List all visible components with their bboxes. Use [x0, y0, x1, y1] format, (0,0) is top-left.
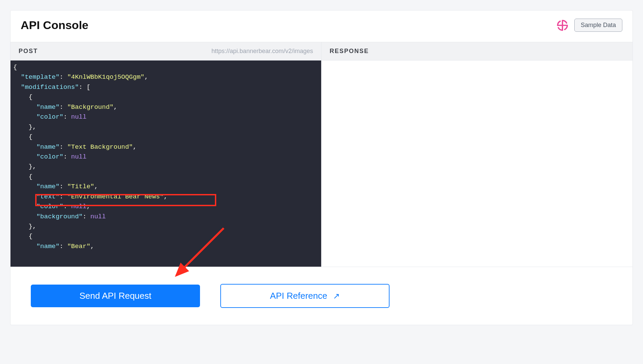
header-actions: Sample Data: [557, 19, 622, 32]
response-panel-header: RESPONSE: [322, 42, 633, 60]
api-url: https://api.bannerbear.com/v2/images: [212, 48, 313, 55]
api-reference-label: API Reference: [270, 291, 327, 301]
bannerbear-logo-icon: [557, 20, 568, 31]
code-content: { "template": "4KnlWBbK1qoj5OQGgm", "mod…: [13, 63, 318, 251]
request-body-editor[interactable]: { "template": "4KnlWBbK1qoj5OQGgm", "mod…: [10, 60, 322, 267]
api-reference-button[interactable]: API Reference ↗: [220, 284, 390, 308]
response-label: RESPONSE: [330, 48, 369, 55]
post-panel-header: POST https://api.bannerbear.com/v2/image…: [10, 42, 322, 60]
panels-grid: POST https://api.bannerbear.com/v2/image…: [10, 42, 633, 267]
external-link-icon: ↗: [333, 291, 340, 301]
page-title: API Console: [21, 19, 88, 32]
api-console-card: API Console Sample Data POST: [10, 10, 633, 325]
sample-data-button[interactable]: Sample Data: [574, 19, 622, 32]
response-body-area: [322, 60, 633, 267]
send-api-request-button[interactable]: Send API Request: [31, 285, 200, 307]
card-header: API Console Sample Data: [10, 10, 633, 42]
post-label: POST: [19, 48, 38, 55]
footer-actions: Send API Request API Reference ↗: [10, 267, 633, 325]
